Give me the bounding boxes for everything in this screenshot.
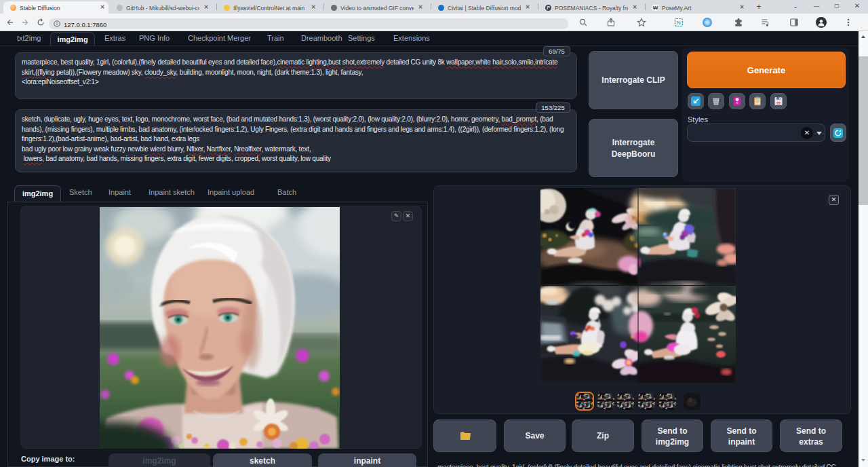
svg-text:N: N: [677, 20, 681, 26]
